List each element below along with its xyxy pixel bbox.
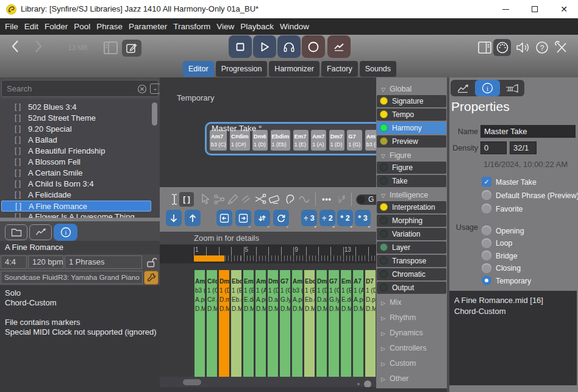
- param-section-custom[interactable]: ▷Custom: [376, 356, 447, 371]
- brackets-tool-icon[interactable]: [ ]: [179, 192, 194, 207]
- param-item-figure[interactable]: Figure: [377, 162, 446, 174]
- radio-unselected[interactable]: [482, 251, 491, 260]
- close-button[interactable]: ✕: [554, 0, 574, 18]
- nodes-tool-icon[interactable]: [212, 192, 227, 207]
- radio-selected[interactable]: [482, 276, 491, 285]
- chord-block[interactable]: Am7b3 (C): [210, 130, 227, 151]
- param-item-chromatic[interactable]: Chromatic: [377, 268, 446, 280]
- grid-column[interactable]: G71 (G)G.lyD.M: [329, 270, 339, 377]
- move-down-button[interactable]: [166, 210, 182, 226]
- param-section-controllers[interactable]: ▷Controllers: [376, 341, 447, 356]
- grid-column[interactable]: Em71 (E)E.doD.M: [243, 270, 254, 377]
- cycle-button[interactable]: ⌄: [273, 210, 289, 226]
- list-item[interactable]: [ ]A Beautiful Friendship: [1, 146, 151, 157]
- param-section-rhythm[interactable]: ▷Rhythm: [376, 310, 447, 326]
- master-take-container[interactable]: Master Take ° Am7b3 (C)C#dim1 (C#)Dm61 (…: [205, 122, 376, 155]
- chord-block[interactable]: G71 (G): [347, 130, 362, 151]
- chord-grid[interactable]: Am7b3 (C)A.peD.MC#dim1 (C#)C#.dD.MDm61 (…: [160, 263, 376, 377]
- eraser-tool-icon[interactable]: [267, 192, 282, 207]
- more-options-icon[interactable]: •••: [319, 192, 335, 207]
- list-item[interactable]: [ ]A Blossom Fell: [1, 157, 151, 168]
- grid-column[interactable]: A71 (A)A.peD.M: [353, 270, 363, 377]
- record-button[interactable]: [302, 35, 325, 58]
- audio-speaker-icon[interactable]: [515, 40, 531, 55]
- wave-tool-icon[interactable]: [297, 192, 312, 207]
- density-input[interactable]: 0: [480, 141, 507, 154]
- lasso-tool-icon[interactable]: [283, 192, 298, 207]
- help-icon[interactable]: ?: [535, 41, 549, 54]
- param-item-output[interactable]: Output: [377, 282, 446, 294]
- accidentals-icon[interactable]: ♭♯: [334, 192, 349, 207]
- chord-block[interactable]: Ebdim1 (Eb): [271, 130, 291, 151]
- list-item[interactable]: [ ]A Ballad: [1, 135, 151, 146]
- checkbox-checked[interactable]: ✓: [482, 177, 491, 187]
- param-section-figure[interactable]: ▽Figure: [376, 149, 447, 162]
- menu-pool[interactable]: Pool: [71, 18, 93, 35]
- menu-window[interactable]: Window: [277, 18, 312, 35]
- menu-parameter[interactable]: Parameter: [126, 18, 170, 35]
- tab-folder[interactable]: [5, 224, 27, 240]
- list-item[interactable]: [ ]A Felicidade: [1, 190, 151, 201]
- param-item-signature[interactable]: Signature: [377, 95, 446, 107]
- edit-button[interactable]: [122, 40, 141, 57]
- param-item-take[interactable]: Take: [377, 175, 446, 187]
- menu-playback[interactable]: Playback: [237, 18, 277, 35]
- menu-folder[interactable]: Folder: [41, 18, 71, 35]
- tempo-field[interactable]: 120 bpm: [28, 255, 63, 269]
- param-item-morphing[interactable]: Morphing: [377, 215, 446, 227]
- timeline-ruler[interactable]: 15913: [160, 244, 376, 263]
- maximize-button[interactable]: [524, 0, 545, 18]
- tab-instrument[interactable]: [500, 80, 524, 96]
- tab-chart[interactable]: [29, 224, 52, 240]
- tools-icon[interactable]: [554, 40, 569, 55]
- chord-block[interactable]: Em71 (E): [293, 130, 309, 151]
- tab-info[interactable]: i: [54, 224, 77, 241]
- chord-block[interactable]: Am7b3 (C): [365, 130, 376, 151]
- grid-column[interactable]: Ebdim1 (Eb)Eb.dD.M: [304, 270, 315, 377]
- sound-field[interactable]: Soundcase FluidR3: Yamaha Grand Piano: [1, 271, 143, 284]
- grid-column[interactable]: Dm71 (D)D.aeD.M: [268, 270, 278, 377]
- main-tab-harmonizer[interactable]: Harmonizer: [269, 61, 319, 77]
- list-item[interactable]: [ ]A Flower Is A Lovesome Thing: [1, 212, 151, 218]
- midi-button[interactable]: [493, 39, 511, 56]
- param-item-interpretation[interactable]: Interpretation: [377, 201, 446, 213]
- param-section-other[interactable]: ▷Other: [376, 371, 447, 387]
- phrases-field[interactable]: 1 Phrases: [65, 255, 142, 269]
- checkbox-unchecked[interactable]: [482, 204, 491, 213]
- unlock-icon[interactable]: [146, 255, 158, 268]
- audition-headphones-button[interactable]: [277, 35, 301, 58]
- main-tab-editor[interactable]: Editor: [183, 61, 214, 77]
- checkbox-unchecked[interactable]: [482, 190, 491, 200]
- monitor-button[interactable]: [327, 35, 351, 58]
- pencil-tool-icon[interactable]: [226, 192, 240, 207]
- insert-right-button[interactable]: ⌄: [235, 210, 251, 226]
- list-item[interactable]: [ ]52nd Street Theme: [1, 113, 151, 124]
- clear-search-icon[interactable]: [137, 84, 147, 94]
- density-unit-input[interactable]: 32/1: [510, 141, 537, 154]
- tab-phrase-chart[interactable]: [451, 80, 475, 96]
- menu-phrase[interactable]: Phrase: [93, 18, 126, 35]
- signature-field[interactable]: 4:4: [1, 255, 27, 269]
- sound-settings-button[interactable]: [144, 271, 159, 285]
- name-input[interactable]: Master Take: [480, 125, 576, 138]
- play-button[interactable]: [253, 35, 276, 58]
- menu-file[interactable]: File: [2, 18, 21, 35]
- grid-column[interactable]: Am71 (A)A.peD.M: [255, 270, 266, 377]
- back-icon[interactable]: [9, 38, 23, 54]
- menu-transform[interactable]: Transform: [170, 18, 213, 35]
- main-tab-factory[interactable]: Factory: [321, 61, 358, 77]
- stop-button[interactable]: [229, 35, 252, 58]
- grid-column[interactable]: G71 (G)G.lyD.M: [280, 270, 290, 377]
- list-item[interactable]: [ ]A Child Is Born 3:4: [1, 179, 151, 190]
- main-tab-progression[interactable]: Progression: [216, 61, 268, 77]
- chord-block[interactable]: Dm61 (D): [252, 130, 268, 151]
- main-tab-sounds[interactable]: Sounds: [360, 61, 396, 77]
- split-view-icon[interactable]: [477, 41, 492, 54]
- zoom-div3-button[interactable]: ÷ 3⌄: [301, 210, 317, 226]
- zoom-div2-button[interactable]: ÷ 2⌄: [319, 210, 335, 226]
- minimize-button[interactable]: [495, 0, 516, 18]
- param-section-intelligence[interactable]: ▽Intelligence: [376, 189, 447, 201]
- param-section-global[interactable]: ▽Global: [376, 83, 447, 95]
- param-item-layer[interactable]: Layer: [377, 241, 446, 254]
- grid-column[interactable]: Am7b3 (C)A.peD.M: [292, 270, 302, 377]
